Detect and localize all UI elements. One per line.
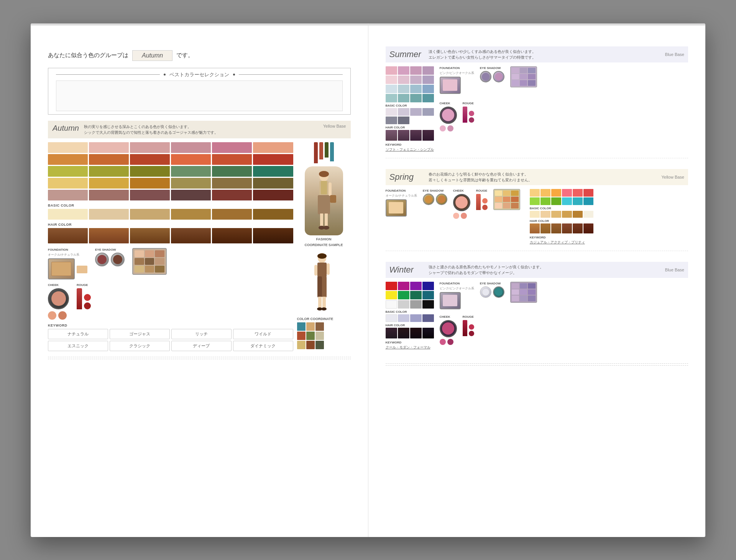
winter-name: Winter: [389, 265, 424, 275]
left-page: あなたに似合う色のグループは Autumn です。 ベストカラーセレクション A…: [31, 23, 368, 537]
spring-cheek-dots: [453, 213, 470, 219]
coord-cell: [297, 341, 306, 349]
winter-basic-label: BASIC COLOR: [386, 310, 434, 314]
spring-foundation-sub: オークル/ナチュラル系: [386, 194, 417, 198]
summer-cosmetics-top: FOUNDATION ピンク/ピンクオークル系 EYE S: [440, 66, 688, 94]
eye-shadow-label: EYE SHADOW: [95, 248, 125, 251]
title-section: あなたに似合う色のグループは Autumn です。: [48, 50, 351, 61]
right-content: Summer 淡く優しい色合いや少しくすみ感のある色が良く似合います。 エレガン…: [386, 46, 688, 356]
winter-es-1: [480, 286, 491, 298]
coord-label: COLOR COORDINATE: [297, 317, 351, 321]
spring-rouge-dot-2: [482, 205, 488, 210]
keyword-4: ワイルド: [233, 329, 293, 339]
keyword-7: ディープ: [171, 341, 232, 351]
es-circle-1: [95, 253, 109, 266]
best-color-title: ベストカラーセレクション: [56, 71, 343, 78]
summer-rouge-items: [463, 107, 474, 123]
spring-color-grid: [530, 189, 593, 205]
spring-foundation-label: FOUNDATION: [386, 189, 417, 192]
summer-header: Summer 淡く優しい色合いや少しくすみ感のある色が良く似合います。 エレガン…: [386, 46, 688, 62]
autumn-badge: Autumn: [132, 50, 172, 61]
winter-es-inner-1: [482, 288, 490, 296]
summer-cheek-dot-1: [440, 125, 446, 131]
svg-rect-15: [322, 276, 327, 297]
keyword-2: ゴージャス: [110, 329, 170, 339]
svg-rect-10: [330, 195, 336, 203]
color-cell: [89, 178, 129, 189]
autumn-content: BASIC COLOR HAIR COLOR: [48, 142, 351, 351]
stick-1: [314, 142, 318, 163]
cheek-circles: [48, 311, 69, 320]
rouge-dots: [84, 294, 91, 309]
summer-cheek-inner: [442, 109, 454, 121]
winter-rouge-label: ROUGE: [463, 315, 474, 319]
fashion-label-2: COORDINATE SAMPLE: [297, 243, 351, 247]
spring-lipstick: [476, 194, 481, 210]
color-cell: [89, 166, 129, 177]
summer-rouge-dot-1: [469, 111, 474, 116]
color-cell: [253, 166, 293, 177]
summer-keyword-label: KEYWORD: [386, 143, 434, 146]
color-cell: [130, 166, 170, 177]
foundation-swatch: [77, 266, 87, 273]
figure-svg: [309, 170, 339, 232]
hair-cell: [171, 228, 211, 243]
winter-cheek-dots: [440, 339, 457, 345]
winter-es-2: [493, 286, 504, 298]
color-cell: [130, 142, 170, 153]
rouge-dot-1: [84, 294, 91, 301]
es-inner-2: [113, 255, 122, 264]
spring-cheek-dot-2: [461, 213, 467, 219]
summer-base: Blue Base: [665, 52, 684, 57]
palette: [132, 248, 167, 275]
summer-foundation: FOUNDATION ピンク/ピンクオークル系: [440, 66, 474, 94]
svg-point-1: [319, 171, 329, 177]
spring-foundation: FOUNDATION オークル/ナチュラル系: [386, 189, 417, 217]
stick-2: [319, 142, 323, 159]
lipstick: [77, 288, 82, 309]
winter-foundation-label: FOUNDATION: [440, 282, 474, 285]
spring-es-inner-1: [425, 195, 432, 203]
color-cell: [171, 178, 211, 189]
spring-content: FOUNDATION オークル/ナチュラル系 EYE SHADOW: [386, 189, 688, 245]
fashion-area: FASHION COORDINATE SAMPLE: [297, 142, 351, 351]
summer-cheek-rouge: CHEEK ROUGE: [440, 102, 688, 131]
spring-right-colors: BASIC COLOR HAIR COLOR: [530, 189, 593, 245]
summer-es-label: EYE SHADOW: [480, 66, 504, 70]
es-circle-2: [111, 253, 125, 266]
color-cell: [212, 166, 252, 177]
summer-eye-shadow: EYE SHADOW: [480, 66, 504, 82]
summer-cheek: CHEEK: [440, 102, 457, 131]
basic-cell: [212, 209, 252, 220]
spring-rouge-dots: [482, 198, 488, 210]
right-bottom-dashed-2: [386, 365, 688, 366]
color-cell: [130, 154, 170, 165]
coord-cell: [306, 322, 315, 331]
summer-name: Summer: [389, 49, 424, 59]
winter-content: BASIC COLOR HAIR COLOR: [386, 282, 688, 350]
winter-es-inner-2: [495, 288, 503, 296]
spring-keywords: カジュアル・アクティブ・プリティ: [530, 240, 593, 245]
summer-mini-palette: [510, 66, 537, 87]
autumn-basic-grid: [48, 209, 293, 220]
hair-cell: [48, 228, 88, 243]
svg-rect-16: [318, 297, 322, 308]
spring-rouge: ROUGE: [476, 189, 488, 210]
cheek-section: CHEEK: [48, 283, 69, 320]
summer-basic-grid: [386, 108, 434, 124]
winter-cosmetics-area: FOUNDATION ピンク/ピンクオークル系 EYE SHADOW: [440, 282, 688, 345]
color-cell: [253, 142, 293, 153]
winter-cheek-dot-2: [447, 339, 453, 345]
spring-es-inner-2: [438, 195, 445, 203]
winter-es-circles: [480, 286, 504, 298]
right-bottom-dashed-1: [386, 363, 688, 364]
right-page: Summer 淡く優しい色合いや少しくすみ感のある色が良く似合います。 エレガン…: [368, 23, 706, 537]
coord-swatches: [297, 322, 351, 349]
winter-hair-label: HAIR COLOR: [386, 324, 434, 327]
spring-cosmetics: FOUNDATION オークル/ナチュラル系 EYE SHADOW: [386, 189, 520, 219]
winter-cheek-dot-1: [440, 339, 446, 345]
color-cell: [48, 190, 88, 200]
spring-hair-label: HAIR COLOR: [530, 219, 593, 223]
winter-cosmetics-top: FOUNDATION ピンク/ピンクオークル系 EYE SHADOW: [440, 282, 688, 309]
color-cell: [48, 154, 88, 165]
